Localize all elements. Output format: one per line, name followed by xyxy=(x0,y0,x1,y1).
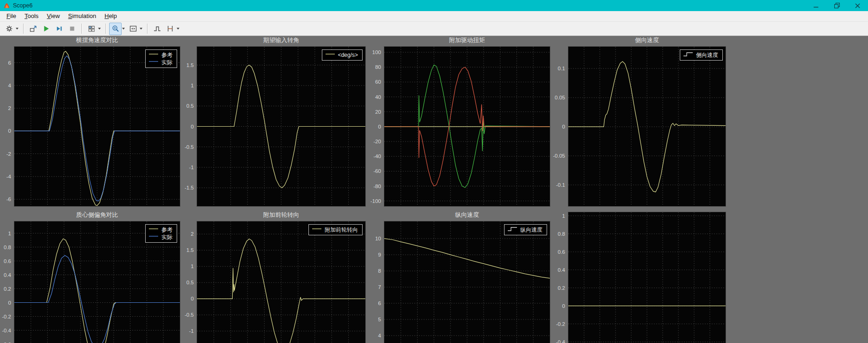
plot-canvas xyxy=(568,212,726,343)
step-forward-button[interactable] xyxy=(53,23,65,35)
highlight-block-icon xyxy=(29,24,37,33)
layouts-grid-icon xyxy=(87,24,96,33)
toolbar-separator xyxy=(81,24,82,34)
zoom-in-button[interactable] xyxy=(109,23,122,35)
menu-file[interactable]: File xyxy=(2,12,20,21)
plot-legend[interactable]: 纵向速度 xyxy=(504,224,547,235)
legend-label: 参考 xyxy=(161,51,172,59)
y-tick-label: 5 xyxy=(378,317,381,322)
plot-bottom-right[interactable]: 10.80.60.40.20-0.2-0.4 xyxy=(568,212,726,343)
plot-title: 质心侧偏角对比 xyxy=(14,211,180,219)
plot-legend[interactable]: 参考实际 xyxy=(145,49,177,68)
fit-to-view-button[interactable] xyxy=(127,23,139,35)
menu-help-label: elp xyxy=(109,12,117,19)
menu-file-mnemonic: F xyxy=(6,12,10,19)
y-tick-label: 0.8 xyxy=(558,231,565,237)
scope-app-icon xyxy=(3,2,10,9)
y-tick-label: -1 xyxy=(189,328,194,334)
y-tick-label: 7 xyxy=(378,284,381,290)
menu-help[interactable]: Help xyxy=(100,12,121,21)
y-tick-label: 8 xyxy=(378,268,381,274)
y-tick-label: 100 xyxy=(372,49,381,55)
plot-additional-front-wheel-steering[interactable]: 附加前轮转向 附加前轮转向 21.510.50-0.5-1-1.5-2 xyxy=(197,221,366,343)
y-tick-label: 0.6 xyxy=(4,258,11,264)
menu-tools[interactable]: Tools xyxy=(20,12,43,21)
plot-sideslip-angle-comparison[interactable]: 质心侧偏角对比 参考实际 10.80.60.40.20-0.2-0.4-0.6-… xyxy=(14,221,180,343)
plot-additional-drive-torque[interactable]: 附加驱动扭矩 100806040200-20-40-60-80-100 xyxy=(384,46,550,207)
cursor-measurements-button[interactable] xyxy=(164,23,176,35)
plot-legend[interactable]: 参考实际 xyxy=(145,224,177,243)
legend-entry: 实际 xyxy=(148,59,172,66)
minimize-button[interactable] xyxy=(806,0,826,11)
trigger-button[interactable] xyxy=(151,23,163,35)
legend-line-icon xyxy=(148,51,159,59)
legend-label: 纵向速度 xyxy=(520,226,542,233)
settings-button[interactable] xyxy=(3,23,15,35)
zoom-dropdown-caret[interactable] xyxy=(122,28,125,30)
menu-simulation[interactable]: Simulation xyxy=(64,12,100,21)
plot-canvas xyxy=(197,221,365,343)
plot-title: 期望输入转角 xyxy=(197,36,365,44)
plot-legend[interactable]: 侧向速度 xyxy=(680,49,723,61)
measurements-dropdown-caret[interactable] xyxy=(177,28,179,30)
legend-step-icon xyxy=(683,51,693,59)
y-tick-label: 0 xyxy=(8,128,11,134)
legend-entry: 实际 xyxy=(148,233,172,241)
plot-canvas xyxy=(14,47,180,206)
fit-to-view-dropdown-caret[interactable] xyxy=(140,28,142,30)
plot-lateral-velocity[interactable]: 侧向速度 侧向速度 0.10.050-0.05-0.1 xyxy=(568,46,726,207)
plot-longitudinal-velocity[interactable]: 纵向速度 纵向速度 1098765432 xyxy=(384,221,550,343)
trigger-icon xyxy=(153,24,161,33)
y-tick-label: -1 xyxy=(189,165,194,170)
y-tick-label: -0.2 xyxy=(556,321,565,327)
plot-legend[interactable]: <deg/s> xyxy=(322,49,363,61)
legend-line-icon xyxy=(312,226,322,233)
plot-canvas xyxy=(384,221,550,343)
y-tick-label: -100 xyxy=(370,198,381,204)
highlight-simulink-block-button[interactable] xyxy=(27,23,39,35)
legend-label: 附加前轮转向 xyxy=(325,226,358,233)
settings-dropdown-caret[interactable] xyxy=(16,28,18,30)
menu-view[interactable]: View xyxy=(43,12,64,21)
legend-step-icon xyxy=(507,226,517,233)
menu-simulation-mnemonic: S xyxy=(68,12,72,19)
legend-line-icon xyxy=(148,59,159,66)
plot-desired-input-steering-angle[interactable]: 期望输入转角 <deg/s> 1.510.50-0.5-1-1.5 xyxy=(197,46,366,207)
y-tick-label: 0.5 xyxy=(186,280,194,285)
menu-file-label: ile xyxy=(10,12,16,19)
restore-button[interactable] xyxy=(826,0,847,11)
run-icon xyxy=(42,24,50,33)
menu-bar: File Tools View Simulation Help xyxy=(0,11,868,22)
y-tick-label: 1.5 xyxy=(186,62,194,68)
scope-window: Scope6 File Tools View Simulation xyxy=(0,0,868,343)
y-tick-label: 0.2 xyxy=(4,286,11,292)
y-tick-label: 0.4 xyxy=(4,272,11,278)
y-tick-label: -0.4 xyxy=(2,328,11,333)
close-button[interactable] xyxy=(847,0,868,11)
menu-view-label: iew xyxy=(51,12,60,19)
legend-label: 侧向速度 xyxy=(696,51,718,59)
y-tick-label: 1 xyxy=(562,213,565,219)
stop-button[interactable] xyxy=(66,23,78,35)
legend-entry: 附加前轮转向 xyxy=(312,226,358,233)
run-button[interactable] xyxy=(40,23,52,35)
y-tick-label: 0.2 xyxy=(558,285,565,291)
y-tick-label: 4 xyxy=(378,333,381,338)
legend-line-icon xyxy=(325,51,335,59)
plot-legend[interactable]: 附加前轮转向 xyxy=(308,224,363,235)
layouts-button[interactable] xyxy=(85,23,98,35)
window-titlebar[interactable]: Scope6 xyxy=(0,0,868,11)
legend-line-icon xyxy=(148,226,159,233)
legend-label: 参考 xyxy=(161,226,172,233)
plot-yaw-rate-comparison[interactable]: 横摆角速度对比 参考实际 6420-2-4-6 xyxy=(14,46,180,207)
y-tick-label: 1 xyxy=(191,83,194,88)
y-tick-label: -0.2 xyxy=(2,314,11,319)
y-tick-label: -80 xyxy=(373,184,381,189)
layouts-dropdown-caret[interactable] xyxy=(98,28,101,30)
y-tick-label: 80 xyxy=(375,64,381,70)
menu-view-mnemonic: V xyxy=(47,12,50,19)
legend-label: 实际 xyxy=(161,233,172,241)
y-tick-label: 0 xyxy=(378,124,381,129)
y-tick-label: 0.4 xyxy=(558,267,565,273)
y-tick-label: 0 xyxy=(562,124,565,129)
